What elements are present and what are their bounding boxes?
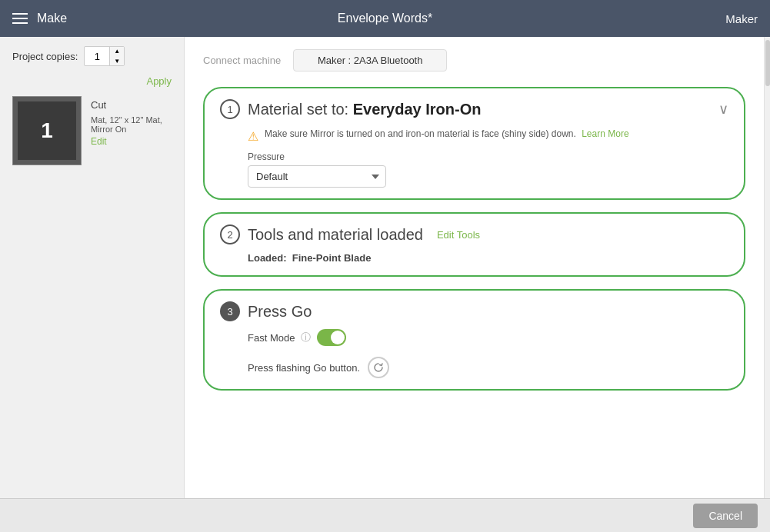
- cancel-button[interactable]: Cancel: [693, 504, 758, 528]
- header-left: Make: [12, 12, 67, 25]
- header: Make Envelope Words* Maker: [0, 0, 770, 37]
- toggle-knob: [331, 331, 345, 344]
- step2-title: Tools and material loaded: [248, 226, 423, 244]
- content-area: Connect machine Maker : 2A3A Bluetooth 1…: [185, 37, 764, 498]
- mat-details: Cut Mat, 12" x 12" Mat, Mirror On Edit: [91, 96, 172, 148]
- copies-down-button[interactable]: ▼: [110, 56, 124, 66]
- go-button-icon[interactable]: [368, 357, 389, 378]
- step3-title: Press Go: [248, 303, 312, 321]
- step2-content: Loaded: Fine-Point Blade: [248, 251, 728, 264]
- connect-row: Connect machine Maker : 2A3A Bluetooth: [203, 49, 745, 71]
- warning-row: ⚠ Make sure Mirror is turned on and iron…: [248, 128, 728, 144]
- pressure-section: Pressure Default: [248, 151, 728, 188]
- step3-content: Fast Mode ⓘ Press flashing Go button.: [248, 329, 728, 378]
- scrollbar-thumb[interactable]: [765, 40, 770, 86]
- scrollbar[interactable]: [764, 37, 770, 498]
- step2-header: 2 Tools and material loaded Edit Tools: [220, 224, 728, 244]
- pressure-select[interactable]: Default: [248, 165, 386, 188]
- cut-label: Cut: [91, 96, 172, 111]
- machine-button[interactable]: Maker : 2A3A Bluetooth: [293, 49, 447, 71]
- project-copies-label: Project copies:: [12, 51, 78, 62]
- make-label: Make: [37, 12, 67, 25]
- fast-mode-row: Fast Mode ⓘ: [248, 329, 728, 346]
- step3-section: 3 Press Go Fast Mode ⓘ Press flashing Go…: [203, 289, 745, 391]
- chevron-down-icon[interactable]: ∨: [718, 101, 728, 118]
- press-go-text: Press flashing Go button.: [248, 362, 360, 374]
- loaded-text: Loaded: Fine-Point Blade: [248, 252, 371, 264]
- step1-number: 1: [220, 99, 240, 119]
- mat-container: 1 Cut Mat, 12" x 12" Mat, Mirror On Edit: [12, 96, 172, 165]
- step3-number: 3: [220, 301, 240, 321]
- maker-label: Maker: [725, 12, 758, 25]
- step2-number: 2: [220, 224, 240, 244]
- fast-mode-label: Fast Mode: [248, 332, 295, 344]
- mat-edit-button[interactable]: Edit: [91, 136, 107, 147]
- edit-tools-button[interactable]: Edit Tools: [437, 229, 480, 241]
- apply-button[interactable]: Apply: [146, 75, 172, 87]
- loaded-value: Fine-Point Blade: [292, 252, 372, 264]
- refresh-icon: [373, 362, 384, 373]
- step3-header: 3 Press Go: [220, 301, 728, 321]
- fast-mode-toggle[interactable]: [317, 329, 346, 346]
- copies-input[interactable]: [85, 51, 109, 62]
- learn-more-button[interactable]: Learn More: [582, 128, 628, 139]
- pressure-label: Pressure: [248, 151, 728, 162]
- warning-text: Make sure Mirror is turned on and iron-o…: [265, 128, 629, 139]
- footer: Cancel: [0, 498, 770, 532]
- header-title: Envelope Words*: [338, 12, 432, 25]
- step1-title-bold: Everyday Iron-On: [353, 101, 482, 118]
- mat-thumbnail: 1: [12, 96, 82, 165]
- mat-info: Mat, 12" x 12" Mat, Mirror On: [91, 115, 172, 134]
- press-go-row: Press flashing Go button.: [248, 357, 728, 378]
- step2-section: 2 Tools and material loaded Edit Tools L…: [203, 212, 745, 277]
- copies-up-button[interactable]: ▲: [110, 46, 124, 56]
- step1-section: 1 Material set to: Everyday Iron-On ∨ ⚠ …: [203, 87, 745, 200]
- info-icon[interactable]: ⓘ: [301, 331, 311, 344]
- main-layout: Project copies: ▲ ▼ Apply 1 Cut Mat, 12"…: [0, 37, 770, 498]
- step1-title: Material set to: Everyday Iron-On: [248, 101, 481, 118]
- connect-machine-label: Connect machine: [203, 55, 281, 66]
- hamburger-icon[interactable]: [12, 13, 28, 24]
- project-copies-row: Project copies: ▲ ▼: [12, 46, 172, 66]
- warning-icon: ⚠: [248, 129, 258, 144]
- copies-input-wrap: ▲ ▼: [84, 46, 125, 66]
- copies-arrows: ▲ ▼: [109, 46, 124, 66]
- mat-number: 1: [18, 101, 76, 160]
- sidebar: Project copies: ▲ ▼ Apply 1 Cut Mat, 12"…: [0, 37, 185, 498]
- step1-header: 1 Material set to: Everyday Iron-On ∨: [220, 99, 728, 119]
